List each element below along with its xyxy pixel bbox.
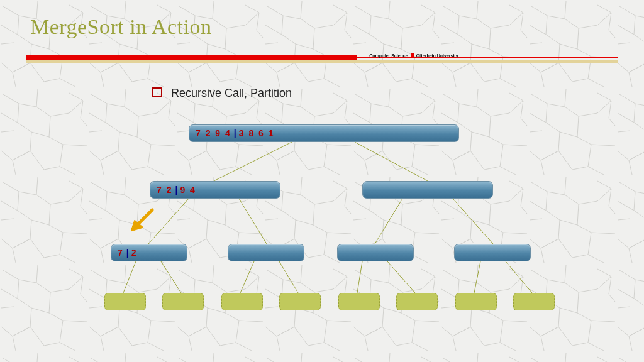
bullet-box-icon [152,87,162,97]
slide-title: MergeSort in Action [30,15,211,39]
l3a-left: 7 [118,248,124,258]
node-l3-a: 7 | 2 [111,244,187,261]
slide: MergeSort in Action Computer ScienceOtte… [0,0,644,362]
arrow-icon [128,206,156,234]
leaf-7 [455,293,497,310]
svg-line-12 [357,261,362,293]
svg-line-8 [123,261,136,293]
node-l3-c [337,244,414,261]
svg-line-5 [239,199,267,244]
leaf-5 [338,293,380,310]
divider-caption: Computer ScienceOtterbein University [369,53,458,58]
l2a-right: 9 4 [180,185,196,195]
bullet-line: Recursive Call, Partition [152,87,292,100]
leaf-1 [104,293,146,310]
svg-line-9 [161,261,181,293]
bullet-text: Recursive Call, Partition [171,87,292,99]
svg-line-7 [453,199,493,244]
svg-line-10 [240,261,254,293]
svg-line-2 [214,142,292,181]
l3a-right: 2 [131,248,138,258]
node-l3-d [454,244,531,261]
leaf-6 [396,293,438,310]
pipe-icon: | [126,248,129,258]
l2a-left: 7 2 [157,185,172,195]
divider-bar: Computer ScienceOtterbein University [26,55,618,63]
leaf-4 [279,293,321,310]
svg-line-14 [474,261,480,293]
root-left: 7 2 9 4 [196,128,231,138]
node-root: 7 2 9 4 | 3 8 6 1 [189,124,459,142]
node-l3-b [228,244,304,261]
pipe-icon: | [234,128,236,138]
svg-line-6 [375,199,402,244]
node-l2-left: 7 2 | 9 4 [150,181,280,199]
leaf-2 [162,293,204,310]
leaf-8 [513,293,555,310]
svg-line-15 [506,261,532,293]
svg-line-11 [279,261,298,293]
square-icon [411,53,414,57]
pipe-icon: | [175,185,177,195]
root-right: 3 8 6 1 [239,128,275,138]
svg-line-3 [355,142,428,181]
svg-line-13 [387,261,415,293]
leaf-3 [221,293,263,310]
svg-line-16 [137,210,152,225]
node-l2-right [362,181,493,199]
